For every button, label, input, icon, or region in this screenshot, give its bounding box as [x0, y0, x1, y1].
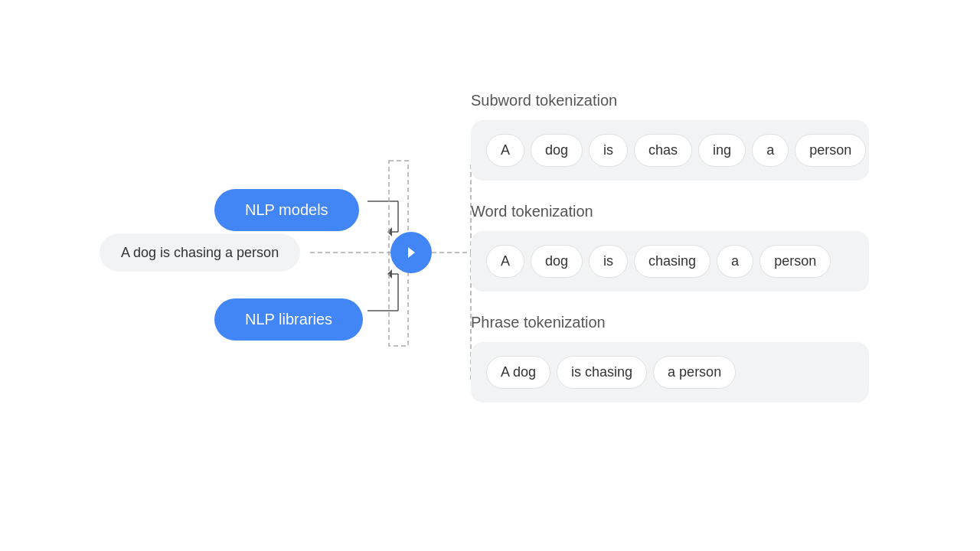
- subword-token-row: A dog is chas ing a person: [471, 120, 869, 181]
- token: ing: [698, 134, 746, 167]
- svg-marker-8: [387, 269, 392, 279]
- token: dog: [531, 134, 583, 167]
- svg-marker-4: [387, 227, 392, 236]
- arrow-right-icon: [402, 243, 420, 262]
- word-title: Word tokenization: [471, 203, 869, 220]
- token: is: [589, 134, 628, 167]
- token: chas: [634, 134, 692, 167]
- nlp-libraries-button[interactable]: NLP libraries: [214, 298, 363, 341]
- center-arrow-button[interactable]: [390, 232, 432, 273]
- phrase-section: Phrase tokenization A dog is chasing a p…: [471, 314, 869, 403]
- token: person: [760, 245, 831, 278]
- token: person: [795, 134, 866, 167]
- token: A dog: [486, 356, 550, 389]
- token: chasing: [634, 245, 710, 278]
- nlp-models-button[interactable]: NLP models: [214, 189, 359, 231]
- nlp-models-label: NLP models: [245, 201, 328, 218]
- sentence-text: A dog is chasing a person: [121, 245, 279, 260]
- subword-section: Subword tokenization A dog is chas ing a…: [471, 92, 869, 181]
- phrase-token-row: A dog is chasing a person: [471, 342, 869, 403]
- token: dog: [531, 245, 583, 278]
- token: a: [717, 245, 753, 278]
- phrase-title: Phrase tokenization: [471, 314, 869, 331]
- word-token-row: A dog is chasing a person: [471, 231, 869, 292]
- token: is: [589, 245, 628, 278]
- word-section: Word tokenization A dog is chasing a per…: [471, 203, 869, 292]
- token: a: [752, 134, 789, 167]
- token: A: [486, 134, 524, 167]
- input-sentence: A dog is chasing a person: [100, 234, 300, 272]
- token: A: [486, 245, 524, 278]
- token: a person: [653, 356, 736, 389]
- nlp-libraries-label: NLP libraries: [245, 311, 332, 328]
- token: is chasing: [557, 356, 647, 389]
- subword-title: Subword tokenization: [471, 92, 869, 109]
